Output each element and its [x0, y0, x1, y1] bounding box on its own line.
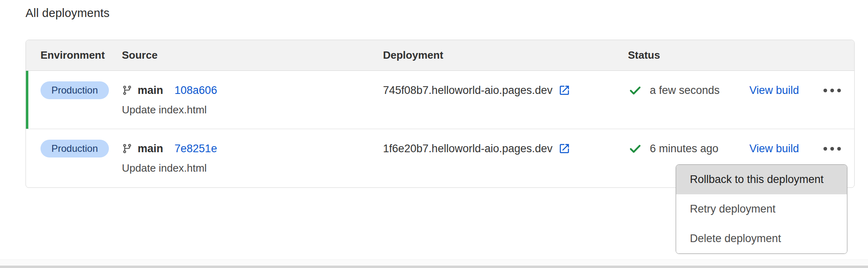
branch-name: main [138, 84, 163, 97]
deployments-page: All deployments Environment Source Deplo… [0, 0, 868, 268]
external-link-icon[interactable] [558, 84, 570, 96]
deployment-actions-menu: Rollback to this deployment Retry deploy… [676, 164, 847, 254]
external-link-icon[interactable] [558, 143, 570, 155]
ellipsis-menu-button[interactable] [810, 139, 854, 158]
deployment-row: Production main 108a606 Update index.htm… [26, 71, 854, 129]
commit-message: Update index.html [122, 161, 383, 175]
branch-name: main [138, 143, 163, 155]
check-icon [628, 84, 642, 96]
environment-badge: Production [40, 81, 109, 99]
status-time: a few seconds [650, 84, 720, 97]
commit-link[interactable]: 108a606 [174, 84, 217, 97]
header-source: Source [122, 49, 383, 62]
commit-message: Update index.html [122, 102, 383, 117]
header-environment: Environment [26, 49, 122, 62]
environment-badge: Production [40, 140, 109, 157]
page-bottom-line [0, 266, 868, 268]
menu-item-delete[interactable]: Delete deployment [676, 224, 847, 253]
page-bottom-divider [0, 259, 868, 266]
menu-item-rollback[interactable]: Rollback to this deployment [676, 165, 847, 194]
ellipsis-menu-icon [823, 147, 827, 151]
view-build-link[interactable]: View build [749, 143, 799, 155]
ellipsis-menu-icon [823, 89, 827, 92]
header-deployment: Deployment [383, 49, 628, 62]
header-status: Status [628, 49, 749, 62]
deployment-url: 745f08b7.helloworld-aio.pages.dev [383, 84, 553, 97]
table-header: Environment Source Deployment Status [26, 40, 854, 71]
view-build-link[interactable]: View build [749, 84, 799, 97]
status-time: 6 minutes ago [650, 143, 719, 155]
check-icon [628, 143, 642, 155]
deployment-url: 1f6e20b7.helloworld-aio.pages.dev [383, 143, 553, 155]
git-branch-icon [122, 143, 132, 154]
active-deployment-indicator [26, 71, 28, 129]
commit-link[interactable]: 7e8251e [174, 143, 217, 155]
git-branch-icon [122, 85, 132, 96]
menu-item-retry[interactable]: Retry deployment [676, 194, 847, 224]
ellipsis-menu-button[interactable] [810, 81, 854, 100]
page-title: All deployments [26, 6, 110, 20]
